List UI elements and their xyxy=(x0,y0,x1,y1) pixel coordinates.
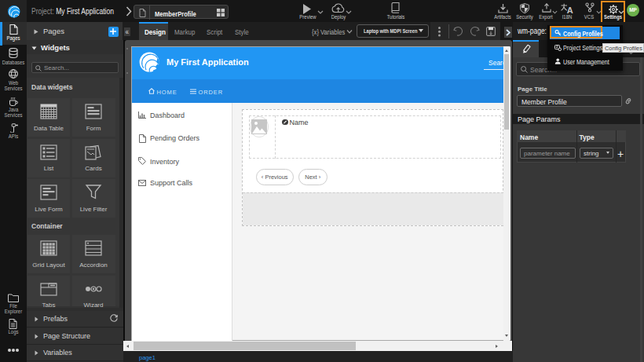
svg-text:A: A xyxy=(567,5,573,13)
